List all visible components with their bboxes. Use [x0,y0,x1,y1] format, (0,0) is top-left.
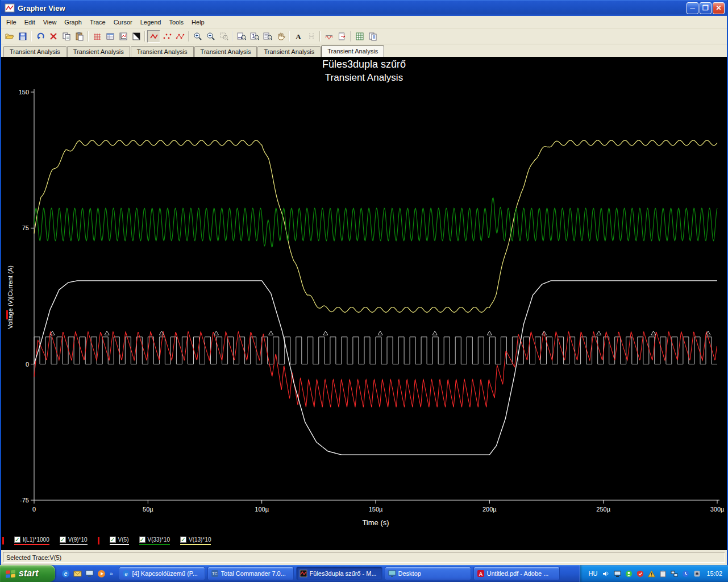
hand-icon [276,32,285,41]
invert-background-button[interactable] [130,30,143,43]
legend-table-button[interactable] [103,30,117,43]
legend-checkbox[interactable]: ✓ [60,537,66,543]
trace-line-icon [149,32,159,41]
overlay-traces-button[interactable] [322,30,335,43]
grid-button[interactable] [90,30,103,43]
tray-antivirus-icon[interactable] [636,569,644,578]
toolbar-separator [31,31,32,41]
zoom-restore-button[interactable] [261,30,274,43]
export-excel-button[interactable] [353,30,366,43]
zoom-in-button[interactable] [191,30,204,43]
export-graph-button[interactable] [335,30,348,43]
tab-transient-analysis-3[interactable]: Transient Analysis [131,46,194,57]
graph-properties-button[interactable] [117,30,130,43]
zoom-horizontal-icon [237,32,246,41]
trace-dots-icon [163,32,172,41]
tab-transient-analysis-1[interactable]: Transient Analysis [3,46,66,57]
svg-text:-75: -75 [20,497,29,504]
open-icon [5,32,14,41]
tab-transient-analysis-6[interactable]: Transient Analysis [321,45,384,57]
tray-messenger-icon[interactable] [625,569,633,578]
tab-transient-analysis-5[interactable]: Transient Analysis [257,46,321,57]
tray-volume-icon[interactable] [602,569,610,578]
cursors-button[interactable] [305,30,318,43]
minimize-button[interactable]: ─ [687,2,698,14]
text-button[interactable]: A [292,30,305,43]
tray-eject-icon[interactable] [693,569,701,578]
x-axis-label: Time (s) [34,518,717,527]
export-graph-icon [338,32,347,41]
trace-line-dots-button[interactable] [173,30,186,43]
trace-dots-button[interactable] [160,30,173,43]
undo-button[interactable] [34,30,47,43]
tab-transient-analysis-2[interactable]: Transient Analysis [67,46,130,57]
show-desktop-icon[interactable] [85,569,94,579]
svg-text:A: A [479,571,482,577]
svg-text:e: e [64,571,68,577]
trace-line-button[interactable] [147,30,160,43]
menu-view[interactable]: View [39,17,61,27]
quick-launch-chevron-icon[interactable]: » [109,571,114,577]
taskbar-button-untitled-pdf[interactable]: A Untitled.pdf - Adobe ... [473,567,560,580]
menu-legend[interactable]: Legend [136,17,165,27]
tab-transient-analysis-4[interactable]: Transient Analysis [194,46,257,57]
close-button[interactable]: ✕ [713,2,725,14]
legend-item-v13[interactable]: ✓V(13)*10 [180,537,211,545]
copy-button[interactable] [60,30,73,43]
start-button[interactable]: start [0,565,55,582]
legend-checkbox[interactable]: ✓ [180,537,186,543]
taskbar-button-desktop[interactable]: Desktop [385,567,471,580]
svg-text:e: e [124,571,127,577]
analysis-tab-bar: Transient Analysis Transient Analysis Tr… [1,44,727,57]
zoom-out-button[interactable] [204,30,217,43]
paste-button[interactable] [73,30,86,43]
legend-item-v9[interactable]: ✓V(9)*10 [60,537,88,545]
tray-update-icon[interactable] [681,569,690,578]
menu-cursor[interactable]: Cursor [110,17,136,27]
menu-bar: File Edit View Graph Trace Cursor Legend… [1,16,727,28]
title-bar[interactable]: Grapher View ─ ❐ ✕ [1,0,727,16]
plot-canvas[interactable]: 150750-75050µ100µ150µ200µ250µ300µ [1,57,727,532]
menu-file[interactable]: File [2,17,20,27]
toolbar-separator [232,31,233,41]
tray-display-icon[interactable] [613,569,622,578]
legend-checkbox[interactable]: ✓ [14,537,20,543]
tray-warning-icon[interactable] [647,569,656,578]
svg-text:300µ: 300µ [710,506,725,513]
taskbar-button-total-commander[interactable]: TC Total Commander 7.0... [207,567,294,580]
legend-item-v33[interactable]: ✓V(33)*10 [139,537,170,545]
menu-edit[interactable]: Edit [20,17,39,27]
hand-button[interactable] [274,30,287,43]
toolbar: A [1,28,727,44]
taskbar-clock[interactable]: 15:02 [706,570,722,577]
open-button[interactable] [3,30,16,43]
taskbar-button-kapcsolouzemu[interactable]: e [4] Kapcsolóüzemű (P... [119,567,205,580]
menu-graph[interactable]: Graph [60,17,86,27]
language-indicator[interactable]: HU [587,569,600,577]
menu-help[interactable]: Help [188,17,209,27]
maximize-button[interactable]: ❐ [700,2,712,14]
legend-item-il1[interactable]: ✓I(L1)*1000 [14,537,49,545]
legend-checkbox[interactable]: ✓ [110,537,116,543]
menu-trace[interactable]: Trace [86,17,110,27]
chart-area[interactable]: 150750-75050µ100µ150µ200µ250µ300µ Füles3… [1,57,727,550]
tray-network-icon[interactable] [670,569,679,578]
tray-clipboard-icon[interactable] [659,569,667,578]
zoom-vertical-button[interactable] [248,30,261,43]
legend-item-v5[interactable]: ✓V(5) [110,537,129,545]
delete-button[interactable] [47,30,60,43]
internet-explorer-icon[interactable]: e [61,569,70,579]
legend-color-swatch [139,544,170,545]
legend-color-swatch [110,544,129,545]
mail-icon[interactable] [73,569,82,579]
save-button[interactable] [16,30,29,43]
menu-tools[interactable]: Tools [165,17,188,27]
legend-checkbox[interactable]: ✓ [139,537,145,543]
selected-trace-marker [98,537,99,544]
media-player-icon[interactable] [97,569,106,579]
taskbar-button-fules3dupla[interactable]: Füles3dupla szűrő - M... [296,567,382,580]
zoom-window-button[interactable] [217,30,230,43]
copy-pages-button[interactable] [366,30,379,43]
status-bar: Selected Trace:V(5) [1,550,727,565]
zoom-horizontal-button[interactable] [235,30,248,43]
